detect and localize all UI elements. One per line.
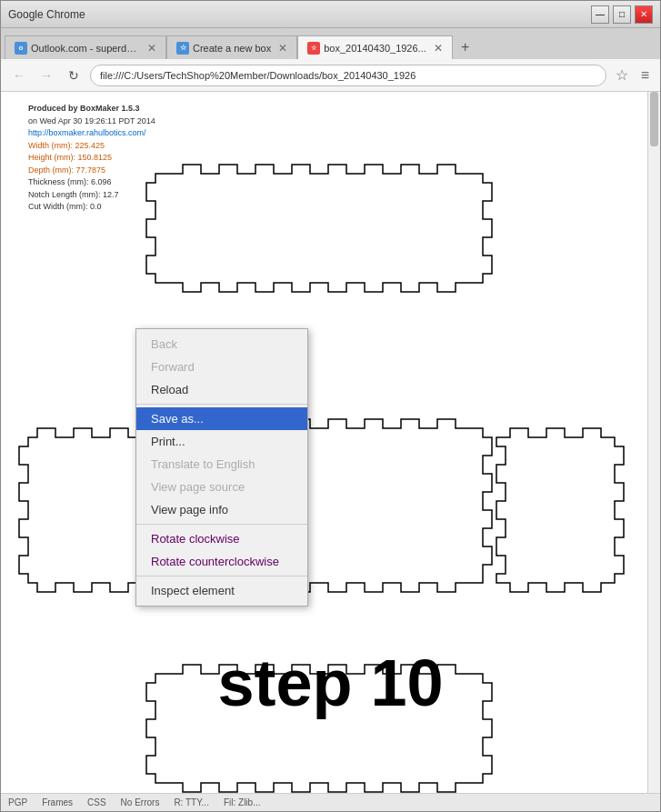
info-title: Produced by BoxMaker 1.5.3 <box>28 103 155 115</box>
nav-bar: ← → ↻ file:///C:/Users/TechShop%20Member… <box>1 59 660 92</box>
info-notch: Notch Length (mm): 12.7 <box>28 189 155 202</box>
tab-outlook-close[interactable]: ✕ <box>147 42 156 55</box>
context-menu-back[interactable]: Back <box>136 333 307 356</box>
tab-newbox-label: Create a new box <box>193 43 271 54</box>
reload-button[interactable]: ↻ <box>63 65 85 86</box>
bookmark-star-icon[interactable]: ☆ <box>612 65 632 85</box>
minimize-button[interactable]: — <box>591 5 609 24</box>
info-depth: Depth (mm): 77.7875 <box>28 165 155 177</box>
back-button[interactable]: ← <box>8 65 30 86</box>
tab-outlook[interactable]: o Outlook.com - superdav... ✕ <box>5 35 166 59</box>
tab-newbox[interactable]: ☆ Create a new box ✕ <box>166 35 297 59</box>
info-date: on Wed Apr 30 19:26:11 PDT 2014 <box>28 115 155 128</box>
context-menu-rotate-ccw[interactable]: Rotate counterclockwise <box>136 550 307 573</box>
info-url: http://boxmaker.rahulbotics.com/ <box>28 127 155 140</box>
title-bar-label: Google Chrome <box>8 8 85 21</box>
tab-box-close[interactable]: ✕ <box>434 42 443 55</box>
window-controls: — □ ✕ <box>591 5 653 24</box>
context-menu-translate[interactable]: Translate to English <box>136 453 307 476</box>
tab-newbox-close[interactable]: ✕ <box>278 42 287 55</box>
tab-box-favicon: ☆ <box>307 42 320 55</box>
tab-bar: o Outlook.com - superdav... ✕ ☆ Create a… <box>1 28 660 59</box>
page-content: Produced by BoxMaker 1.5.3 on Wed Apr 30… <box>1 92 660 793</box>
context-menu-view-source[interactable]: View page source <box>136 476 307 498</box>
box-info-panel: Produced by BoxMaker 1.5.3 on Wed Apr 30… <box>28 103 155 214</box>
status-items: PGP Frames CSS No Errors R: TTY... Fil: … <box>8 797 260 807</box>
context-menu: Back Forward Reload Save as... Print... … <box>135 328 308 606</box>
step-label: step 10 <box>217 646 443 720</box>
context-menu-sep3 <box>136 576 307 576</box>
status-css: CSS <box>87 797 106 807</box>
context-menu-save-as[interactable]: Save as... <box>136 407 307 430</box>
info-cutwidth: Cut Width (mm): 0.0 <box>28 201 155 214</box>
forward-button[interactable]: → <box>35 65 57 86</box>
tab-box-label: box_20140430_1926... <box>324 43 426 54</box>
tab-outlook-label: Outlook.com - superdav... <box>31 43 140 54</box>
browser-window: Google Chrome — □ ✕ o Outlook.com - supe… <box>0 0 661 812</box>
context-menu-print[interactable]: Print... <box>136 430 307 453</box>
status-tty: R: TTY... <box>174 797 209 807</box>
context-menu-reload[interactable]: Reload <box>136 378 307 401</box>
address-text: file:///C:/Users/TechShop%20Member/Downl… <box>100 70 416 81</box>
close-button[interactable]: ✕ <box>635 5 653 24</box>
status-zlib: Fil: Zlib... <box>224 797 261 807</box>
status-frames: Frames <box>42 797 73 807</box>
status-bar: PGP Frames CSS No Errors R: TTY... Fil: … <box>1 793 660 811</box>
info-width: Width (mm): 225.425 <box>28 140 155 153</box>
context-menu-rotate-cw[interactable]: Rotate clockwise <box>136 527 307 550</box>
chrome-menu-icon[interactable]: ≡ <box>637 65 653 85</box>
scrollbar-thumb[interactable] <box>650 92 658 146</box>
context-menu-forward[interactable]: Forward <box>136 356 307 378</box>
context-menu-inspect[interactable]: Inspect element <box>136 579 307 602</box>
context-menu-sep1 <box>136 404 307 405</box>
tab-outlook-favicon: o <box>15 42 27 55</box>
tab-newbox-favicon: ☆ <box>176 42 189 55</box>
address-bar[interactable]: file:///C:/Users/TechShop%20Member/Downl… <box>90 65 606 86</box>
new-tab-button[interactable]: + <box>453 35 478 59</box>
info-thickness: Thickness (mm): 6.096 <box>28 176 155 189</box>
status-errors: No Errors <box>121 797 160 807</box>
tab-box[interactable]: ☆ box_20140430_1926... ✕ <box>297 35 453 59</box>
title-bar: Google Chrome — □ ✕ <box>1 1 660 28</box>
info-height: Height (mm): 150.8125 <box>28 152 155 165</box>
context-menu-view-info[interactable]: View page info <box>136 498 307 521</box>
scrollbar[interactable] <box>647 92 660 793</box>
maximize-button[interactable]: □ <box>613 5 631 24</box>
status-pgp: PGP <box>8 797 27 807</box>
context-menu-sep2 <box>136 524 307 525</box>
